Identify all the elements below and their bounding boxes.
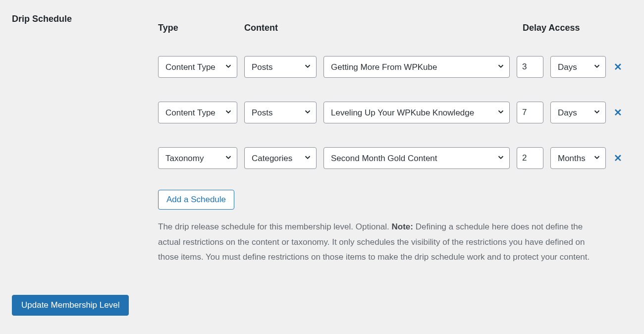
delay-unit-value: Months <box>558 154 590 163</box>
subtype-select-value: Categories <box>252 154 301 163</box>
delay-unit-value: Days <box>558 63 590 71</box>
chevron-down-icon <box>496 108 505 118</box>
add-schedule-button[interactable]: Add a Schedule <box>158 190 234 210</box>
description-note-label: Note: <box>392 222 413 231</box>
target-select-value: Getting More From WPKube <box>331 63 494 71</box>
schedule-row: Taxonomy Categories Second Month Gold Co… <box>158 147 632 169</box>
subtype-select[interactable]: Posts <box>244 102 317 123</box>
chevron-down-icon <box>303 108 312 118</box>
delay-unit-select[interactable]: Months <box>550 147 606 169</box>
description-pre: The drip release schedule for this membe… <box>158 222 392 231</box>
remove-row-icon[interactable]: ✕ <box>613 62 623 72</box>
header-type: Type <box>158 23 244 33</box>
chevron-down-icon <box>224 153 233 164</box>
type-select[interactable]: Content Type <box>158 102 237 123</box>
section-description: The drip release schedule for this membe… <box>158 220 604 265</box>
target-select[interactable]: Leveling Up Your WPKube Knowledge <box>323 102 510 123</box>
type-select[interactable]: Taxonomy <box>158 147 237 169</box>
schedule-row: Content Type Posts Getting More From WPK… <box>158 56 632 78</box>
chevron-down-icon <box>224 62 233 72</box>
delay-amount-input[interactable] <box>517 56 543 78</box>
chevron-down-icon <box>303 62 312 72</box>
subtype-select[interactable]: Posts <box>244 56 317 78</box>
type-select[interactable]: Content Type <box>158 56 237 78</box>
remove-row-icon[interactable]: ✕ <box>613 108 623 117</box>
chevron-down-icon <box>224 108 233 118</box>
header-content: Content <box>244 23 523 33</box>
subtype-select[interactable]: Categories <box>244 147 317 169</box>
header-delay: Delay Access <box>523 23 580 33</box>
delay-unit-value: Days <box>558 109 590 117</box>
target-select-value: Leveling Up Your WPKube Knowledge <box>331 109 494 117</box>
schedule-row: Content Type Posts Leveling Up Your WPKu… <box>158 102 632 123</box>
chevron-down-icon <box>592 108 601 118</box>
type-select-value: Content Type <box>165 63 222 71</box>
chevron-down-icon <box>592 153 601 164</box>
type-select-value: Taxonomy <box>165 154 222 163</box>
chevron-down-icon <box>592 62 601 72</box>
delay-amount-input[interactable] <box>517 102 543 123</box>
update-membership-level-button[interactable]: Update Membership Level <box>12 295 129 316</box>
delay-unit-select[interactable]: Days <box>550 56 606 78</box>
chevron-down-icon <box>303 153 312 164</box>
subtype-select-value: Posts <box>252 63 301 71</box>
column-headers: Type Content Delay Access <box>158 14 632 33</box>
chevron-down-icon <box>496 153 505 164</box>
target-select[interactable]: Getting More From WPKube <box>323 56 510 78</box>
delay-amount-input[interactable] <box>517 147 543 169</box>
section-title: Drip Schedule <box>12 14 158 24</box>
remove-row-icon[interactable]: ✕ <box>613 153 623 163</box>
target-select-value: Second Month Gold Content <box>331 154 494 163</box>
target-select[interactable]: Second Month Gold Content <box>323 147 510 169</box>
chevron-down-icon <box>496 62 505 72</box>
subtype-select-value: Posts <box>252 109 301 117</box>
type-select-value: Content Type <box>165 109 222 117</box>
delay-unit-select[interactable]: Days <box>550 102 606 123</box>
